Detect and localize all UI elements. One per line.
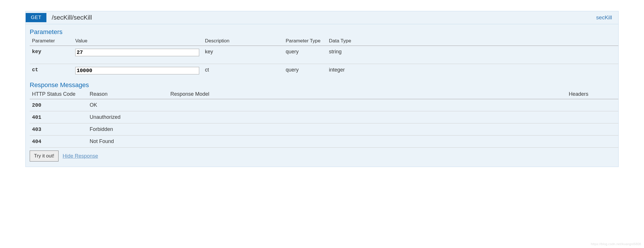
param-header-description: Description <box>203 37 283 46</box>
param-header-parameter: Parameter <box>30 37 73 46</box>
http-method-badge: GET <box>26 13 46 22</box>
response-header-status: HTTP Status Code <box>30 90 87 99</box>
param-value-input-key[interactable] <box>75 49 199 56</box>
endpoint-path: /secKill/secKill <box>52 14 596 21</box>
reason: Unauthorized <box>87 111 168 123</box>
param-header-data-type: Data Type <box>327 37 618 46</box>
response-header-model: Response Model <box>168 90 566 99</box>
hide-response-link[interactable]: Hide Response <box>63 153 98 159</box>
response-header-headers: Headers <box>566 90 618 99</box>
operation-container: GET /secKill/secKill secKill Parameters … <box>25 11 619 167</box>
response-headers <box>566 111 618 123</box>
status-code: 404 <box>30 136 87 148</box>
responses-title: Response Messages <box>30 81 618 89</box>
param-value-input-ct[interactable] <box>75 67 199 74</box>
param-parameter-type: query <box>283 64 327 78</box>
actions-row: Try it out! Hide Response <box>30 151 618 161</box>
response-model <box>168 123 566 136</box>
response-headers <box>566 99 618 111</box>
param-description: ct <box>203 64 283 78</box>
table-row: 200 OK <box>30 99 618 111</box>
reason: OK <box>87 99 168 111</box>
tag-link[interactable]: secKill <box>596 14 612 21</box>
response-model <box>168 136 566 148</box>
response-model <box>168 111 566 123</box>
param-name: ct <box>30 64 73 78</box>
responses-table: HTTP Status Code Reason Response Model H… <box>30 90 618 148</box>
response-headers <box>566 136 618 148</box>
table-row: 401 Unauthorized <box>30 111 618 123</box>
response-header-reason: Reason <box>87 90 168 99</box>
param-header-value: Value <box>73 37 203 46</box>
status-code: 200 <box>30 99 87 111</box>
param-data-type: string <box>327 46 618 64</box>
table-row: 403 Forbidden <box>30 123 618 136</box>
table-row: ct ct query integer <box>30 64 618 78</box>
table-row: key key query string <box>30 46 618 64</box>
param-description: key <box>203 46 283 64</box>
param-parameter-type: query <box>283 46 327 64</box>
param-name: key <box>30 46 73 64</box>
try-it-out-button[interactable]: Try it out! <box>30 151 59 161</box>
reason: Not Found <box>87 136 168 148</box>
parameters-table: Parameter Value Description Parameter Ty… <box>30 37 618 77</box>
reason: Forbidden <box>87 123 168 136</box>
status-code: 403 <box>30 123 87 136</box>
status-code: 401 <box>30 111 87 123</box>
table-row: 404 Not Found <box>30 136 618 148</box>
operation-content: Parameters Parameter Value Description P… <box>26 24 618 167</box>
response-model <box>168 99 566 111</box>
response-headers <box>566 123 618 136</box>
parameters-title: Parameters <box>30 28 618 36</box>
operation-header[interactable]: GET /secKill/secKill secKill <box>26 11 618 24</box>
param-data-type: integer <box>327 64 618 78</box>
param-header-parameter-type: Parameter Type <box>283 37 327 46</box>
